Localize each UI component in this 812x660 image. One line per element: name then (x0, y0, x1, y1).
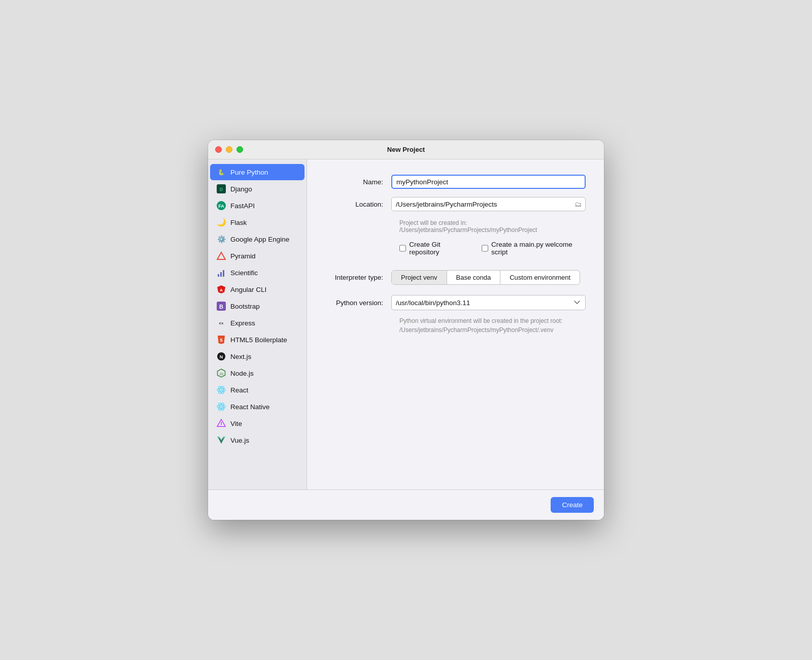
create-git-checkbox[interactable] (399, 245, 406, 252)
sidebar-label-fastapi: FastAPI (230, 202, 255, 210)
sidebar-label-vuejs: Vue.js (230, 437, 249, 444)
svg-point-26 (221, 389, 222, 391)
react-native-icon (216, 402, 226, 412)
sidebar-label-react-native: React Native (230, 403, 269, 411)
sidebar-item-google-app-engine[interactable]: ⚙️Google App Engine (210, 231, 304, 247)
svg-marker-34 (219, 438, 224, 444)
sidebar: 🐍Pure PythonDDjangoFAFastAPI🌙Flask⚙️Goog… (208, 159, 307, 489)
scientific-icon (216, 268, 226, 278)
footer: Create (208, 489, 604, 520)
tab-base-conda[interactable]: Base conda (447, 271, 501, 284)
svg-text:JS: JS (219, 372, 224, 376)
fastapi-icon: FA (216, 201, 226, 211)
sidebar-item-vuejs[interactable]: Vue.js (210, 432, 304, 448)
sidebar-label-react: React (230, 386, 248, 394)
svg-text:ex: ex (219, 321, 224, 325)
sidebar-label-pure-python: Pure Python (230, 169, 268, 176)
sidebar-label-express: Express (230, 319, 255, 327)
sidebar-label-pyramid: Pyramid (230, 252, 256, 260)
sidebar-item-fastapi[interactable]: FAFastAPI (210, 197, 304, 214)
nodejs-icon: JS (216, 368, 226, 378)
python-version-select[interactable]: /usr/local/bin/python3.11 (391, 295, 586, 310)
location-row: Location: 🗂 (325, 197, 586, 211)
vuejs-icon (216, 435, 226, 445)
venv-hint-line1: Python virtual environment will be creat… (399, 317, 563, 324)
interpreter-label: Interpreter type: (325, 274, 391, 281)
python-version-label: Python version: (325, 299, 391, 307)
version-row: Python version: /usr/local/bin/python3.1… (325, 295, 586, 310)
interpreter-row: Interpreter type: Project venvBase conda… (325, 270, 586, 285)
interpreter-tab-group: Project venvBase condaCustom environment (391, 270, 580, 285)
sidebar-item-pyramid[interactable]: Pyramid (210, 248, 304, 264)
create-main-checkbox[interactable] (482, 245, 488, 252)
sidebar-label-html5-boilerplate: HTML5 Boilerplate (230, 336, 287, 344)
traffic-lights (215, 146, 243, 153)
sidebar-item-nextjs[interactable]: NNext.js (210, 348, 304, 365)
sidebar-item-react[interactable]: React (210, 382, 304, 398)
svg-marker-8 (217, 252, 225, 259)
close-button[interactable] (215, 146, 222, 153)
minimize-button[interactable] (226, 146, 232, 153)
sidebar-label-django: Django (230, 185, 252, 193)
sidebar-label-nodejs: Node.js (230, 370, 254, 377)
name-label: Name: (325, 178, 391, 186)
project-path-hint: Project will be created in: /Users/jetbr… (399, 219, 586, 234)
sidebar-label-vite: Vite (230, 420, 242, 427)
venv-hint-line2: /Users/jetbrains/PycharmProjects/myPytho… (399, 326, 553, 334)
nextjs-icon: N (216, 351, 226, 361)
name-row: Name: (325, 175, 586, 189)
create-git-label-text: Create Git repository (409, 241, 469, 256)
location-input[interactable] (391, 197, 586, 211)
svg-rect-9 (218, 274, 219, 277)
angular-cli-icon: A (216, 284, 226, 294)
sidebar-item-express[interactable]: exExpress (210, 315, 304, 331)
main-panel: Name: Location: 🗂 Project will be create… (307, 159, 604, 489)
react-icon (216, 385, 226, 395)
maximize-button[interactable] (236, 146, 243, 153)
vite-icon (216, 418, 226, 428)
create-button[interactable]: Create (551, 497, 594, 513)
svg-text:N: N (220, 354, 223, 359)
sidebar-label-scientific: Scientific (230, 269, 258, 277)
create-git-checkbox-label[interactable]: Create Git repository (399, 241, 469, 256)
svg-text:🌙: 🌙 (217, 218, 226, 227)
create-main-label-text: Create a main.py welcome script (491, 241, 586, 256)
window-title: New Project (387, 146, 425, 153)
svg-text:5: 5 (220, 338, 222, 343)
svg-text:FA: FA (218, 204, 224, 209)
svg-text:A: A (220, 288, 223, 292)
tab-custom-env[interactable]: Custom environment (500, 271, 580, 284)
sidebar-label-angular-cli: Angular CLI (230, 286, 266, 293)
svg-text:B: B (219, 304, 223, 310)
sidebar-item-scientific[interactable]: Scientific (210, 265, 304, 281)
svg-text:D: D (220, 187, 223, 192)
checkboxes-row: Create Git repository Create a main.py w… (399, 241, 586, 256)
sidebar-item-django[interactable]: DDjango (210, 181, 304, 197)
sidebar-item-pure-python[interactable]: 🐍Pure Python (210, 164, 304, 180)
folder-icon: 🗂 (574, 200, 582, 208)
google-app-engine-icon: ⚙️ (216, 234, 226, 244)
sidebar-item-bootstrap[interactable]: BBootstrap (210, 298, 304, 314)
tab-project-venv[interactable]: Project venv (392, 271, 447, 284)
sidebar-item-angular-cli[interactable]: AAngular CLI (210, 281, 304, 298)
sidebar-label-bootstrap: Bootstrap (230, 303, 260, 310)
svg-text:⚙️: ⚙️ (217, 235, 226, 244)
sidebar-item-vite[interactable]: Vite (210, 415, 304, 432)
svg-text:🐍: 🐍 (218, 169, 225, 176)
svg-rect-10 (220, 272, 222, 277)
content-area: 🐍Pure PythonDDjangoFAFastAPI🌙Flask⚙️Goog… (208, 159, 604, 489)
sidebar-item-html5-boilerplate[interactable]: 5HTML5 Boilerplate (210, 332, 304, 348)
sidebar-item-nodejs[interactable]: JSNode.js (210, 365, 304, 381)
location-wrapper: 🗂 (391, 197, 586, 211)
sidebar-item-flask[interactable]: 🌙Flask (210, 214, 304, 230)
sidebar-item-react-native[interactable]: React Native (210, 399, 304, 415)
name-input[interactable] (391, 175, 586, 189)
create-main-checkbox-label[interactable]: Create a main.py welcome script (482, 241, 586, 256)
sidebar-label-flask: Flask (230, 219, 247, 226)
sidebar-label-nextjs: Next.js (230, 353, 251, 360)
titlebar: New Project (208, 140, 604, 159)
new-project-window: New Project 🐍Pure PythonDDjangoFAFastAPI… (208, 140, 604, 520)
sidebar-label-google-app-engine: Google App Engine (230, 236, 289, 243)
venv-hint: Python virtual environment will be creat… (399, 316, 586, 335)
svg-rect-11 (223, 270, 224, 277)
